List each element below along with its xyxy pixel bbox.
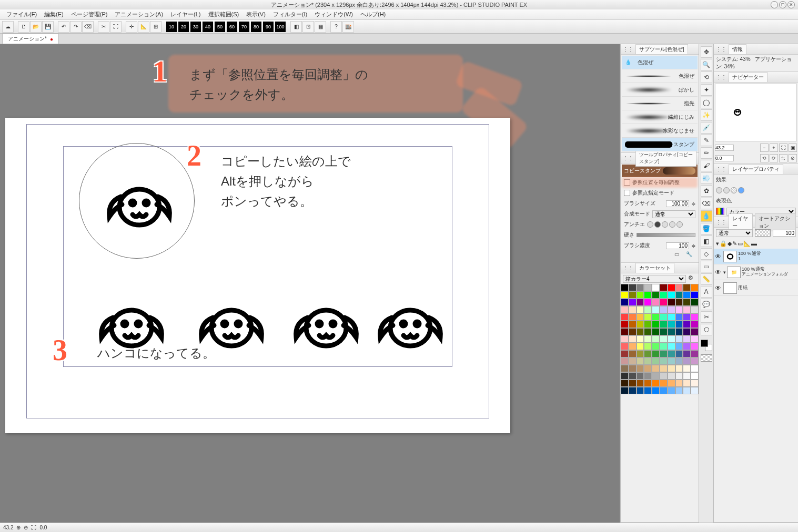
color-swatch[interactable]	[637, 328, 644, 335]
layerprop-tab[interactable]: レイヤープロパティ	[729, 164, 783, 175]
color-swatch[interactable]	[652, 328, 660, 335]
color-swatch[interactable]	[691, 306, 699, 313]
menu-layer[interactable]: レイヤー(L)	[167, 9, 204, 19]
view-icon-2[interactable]: ⊡	[302, 21, 314, 33]
nav-angle-input[interactable]	[715, 155, 734, 161]
effect-buttons[interactable]	[716, 187, 744, 193]
layer-ruler-icon[interactable]: 📐	[743, 240, 751, 247]
color-swatch[interactable]	[668, 350, 675, 357]
color-swatch[interactable]	[675, 313, 683, 321]
grip-icon[interactable]: ⋮⋮	[716, 166, 726, 172]
fill-tool-icon[interactable]: 🪣	[701, 223, 712, 234]
palette-opts-icon[interactable]: ⚙	[688, 274, 696, 283]
zoom-in-icon[interactable]: +	[770, 144, 778, 152]
subtool-group[interactable]: 💧 色混ぜ	[622, 56, 698, 69]
color-swatch[interactable]	[675, 372, 683, 380]
grip-icon[interactable]: ⋮⋮	[716, 219, 726, 225]
color-swatch[interactable]	[637, 387, 644, 394]
color-swatch[interactable]	[621, 335, 629, 343]
antialias-dots[interactable]	[647, 221, 683, 228]
size-50[interactable]: 50	[215, 22, 225, 32]
color-swatch[interactable]	[629, 350, 637, 357]
color-swatch[interactable]	[637, 380, 644, 387]
layer-color-icon[interactable]: ▬	[751, 240, 757, 247]
color-swatch[interactable]	[637, 372, 644, 380]
color-swatch[interactable]	[691, 357, 699, 365]
color-swatch[interactable]	[683, 357, 691, 365]
color-swatch[interactable]	[629, 372, 637, 380]
layer-blend-select[interactable]: 通常	[716, 229, 753, 237]
size-20[interactable]: 20	[178, 22, 189, 32]
color-swatch[interactable]	[668, 328, 675, 335]
color-swatch[interactable]	[652, 306, 660, 313]
color-swatch[interactable]	[621, 321, 629, 328]
menu-animation[interactable]: アニメーション(A)	[112, 9, 166, 19]
size-40[interactable]: 40	[203, 22, 213, 32]
color-swatch[interactable]	[644, 284, 652, 291]
color-swatch[interactable]	[683, 335, 691, 343]
color-swatch[interactable]	[621, 372, 629, 380]
color-swatch[interactable]	[629, 357, 637, 365]
transform-icon[interactable]: ⛶	[110, 21, 122, 33]
color-swatch[interactable]	[675, 321, 683, 328]
clear-icon[interactable]: ⌫	[82, 21, 94, 33]
color-swatch[interactable]	[629, 365, 637, 372]
view-icon-3[interactable]: ▦	[315, 21, 326, 33]
color-swatch[interactable]	[621, 291, 629, 299]
size-30[interactable]: 30	[190, 22, 201, 32]
color-swatch[interactable]	[652, 343, 660, 350]
color-swatch[interactable]	[652, 357, 660, 365]
select-tool-icon[interactable]: ✦	[701, 84, 712, 96]
color-swatch[interactable]	[621, 306, 629, 313]
eraser-tool-icon[interactable]: ⌫	[701, 198, 712, 209]
color-swatch[interactable]	[675, 328, 683, 335]
color-swatch[interactable]	[621, 365, 629, 372]
stepper-icon[interactable]: ≑	[691, 201, 695, 207]
color-swatch[interactable]	[691, 380, 699, 387]
color-swatch[interactable]	[629, 387, 637, 394]
3d-tool-icon[interactable]: ⬡	[701, 324, 712, 335]
flip-h-icon[interactable]: ⇋	[779, 154, 787, 162]
brush-item[interactable]: 指先	[622, 97, 698, 110]
color-swatch[interactable]	[691, 335, 699, 343]
grip-icon[interactable]: ⋮⋮	[623, 265, 633, 271]
color-swatch[interactable]	[691, 299, 699, 306]
visibility-icon[interactable]: 👁	[715, 269, 722, 276]
color-swatch[interactable]	[629, 343, 637, 350]
correct-tool-icon[interactable]: ✂	[701, 311, 712, 323]
zoom-out-icon[interactable]: −	[760, 144, 769, 152]
color-swatch[interactable]	[644, 387, 652, 394]
color-swatch[interactable]	[683, 291, 691, 299]
color-swatch[interactable]	[652, 335, 660, 343]
color-swatch[interactable]	[629, 313, 637, 321]
rotate-tool-icon[interactable]: ⟲	[701, 71, 712, 83]
close-button[interactable]: ✕	[787, 1, 795, 8]
brush-item[interactable]: ぼかし	[622, 83, 698, 97]
menu-window[interactable]: ウィンドウ(W)	[311, 9, 356, 19]
color-swatch[interactable]	[637, 321, 644, 328]
grip-icon[interactable]: ⋮⋮	[623, 46, 633, 52]
color-swatch[interactable]	[660, 299, 668, 306]
color-swatch[interactable]	[644, 291, 652, 299]
colorset-tab[interactable]: カラーセット	[635, 263, 674, 273]
color-swatch[interactable]	[629, 335, 637, 343]
visibility-icon[interactable]: 👁	[715, 253, 722, 260]
color-swatch[interactable]	[629, 328, 637, 335]
size-70[interactable]: 70	[239, 22, 249, 32]
color-swatch[interactable]	[691, 350, 699, 357]
color-swatch[interactable]	[683, 372, 691, 380]
view-icon-1[interactable]: ◧	[290, 21, 302, 33]
ref-point-checkbox[interactable]	[624, 190, 630, 196]
navigator-tab[interactable]: ナビゲーター	[729, 72, 767, 83]
color-swatch[interactable]	[621, 350, 629, 357]
color-swatch[interactable]	[660, 306, 668, 313]
save-preset-icon[interactable]: ▭	[674, 251, 684, 261]
brush-item[interactable]: 色混ぜ	[622, 69, 698, 83]
color-swatch[interactable]	[675, 343, 683, 350]
size-90[interactable]: 90	[263, 22, 274, 32]
color-swatch[interactable]	[644, 365, 652, 372]
color-swatch[interactable]	[629, 321, 637, 328]
color-swatch[interactable]	[637, 284, 644, 291]
color-swatch[interactable]	[683, 365, 691, 372]
color-swatch[interactable]	[683, 343, 691, 350]
